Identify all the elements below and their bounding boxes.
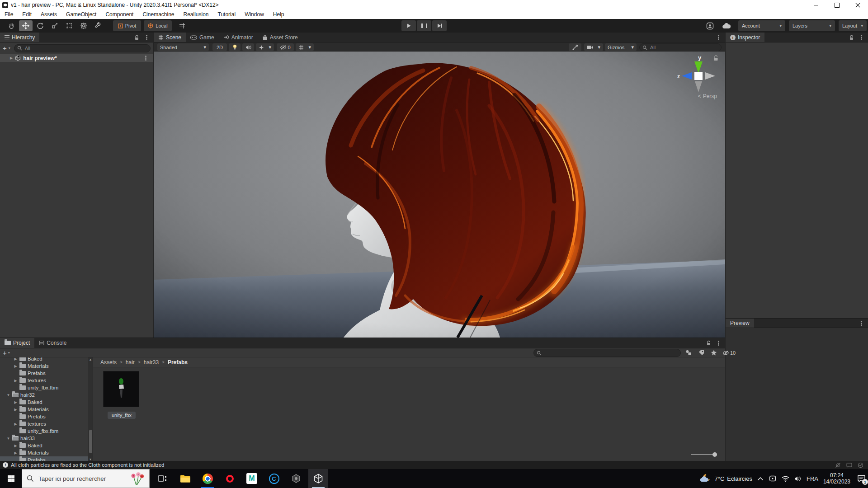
volume-icon[interactable]	[794, 476, 802, 482]
menu-reallusion[interactable]: Reallusion	[179, 11, 213, 18]
panel-menu-button[interactable]	[714, 33, 722, 42]
tab-preview[interactable]: Preview	[726, 319, 754, 328]
scroll-down-icon[interactable]: ▼	[88, 458, 93, 461]
panel-menu-button[interactable]	[714, 339, 722, 347]
create-dropdown-icon[interactable]: ▾	[8, 351, 10, 355]
menu-help[interactable]: Help	[269, 11, 289, 18]
unity-editor-button[interactable]	[308, 469, 328, 488]
scene-search[interactable]	[639, 43, 722, 52]
lock-button[interactable]	[132, 33, 141, 42]
tree-item[interactable]: unity_fbx.fbm	[0, 427, 93, 435]
shading-mode-dropdown[interactable]: Shaded ▾	[157, 43, 209, 51]
collab-button[interactable]	[703, 20, 717, 31]
maximize-button[interactable]	[826, 0, 847, 10]
tree-item[interactable]: Prefabs	[0, 370, 93, 377]
panel-menu-button[interactable]	[142, 33, 151, 42]
project-content-area[interactable]: Assets > hair > hair33 > Prefabs unity_f…	[93, 357, 725, 461]
close-button[interactable]	[847, 0, 868, 10]
tab-scene[interactable]: Scene	[154, 33, 186, 42]
task-view-button[interactable]	[152, 469, 172, 488]
slider-knob[interactable]	[712, 452, 717, 457]
gizmos-dropdown[interactable]: Gizmos ▾	[605, 43, 637, 51]
tree-item[interactable]: ▼hair33	[0, 435, 93, 442]
taskbar-search-input[interactable]	[38, 475, 126, 483]
tab-game[interactable]: Game	[186, 33, 219, 42]
tree-item[interactable]: Prefabs	[0, 413, 93, 420]
create-dropdown-icon[interactable]: ▾	[9, 46, 10, 50]
start-button[interactable]	[0, 469, 22, 488]
check-circle-icon[interactable]	[858, 462, 863, 468]
expand-arrow-icon[interactable]: ▶	[14, 379, 18, 383]
create-button[interactable]: +	[3, 45, 7, 52]
menu-edit[interactable]: Edit	[18, 11, 36, 18]
lighting-toggle[interactable]	[229, 43, 241, 51]
expand-arrow-icon[interactable]: ▶	[14, 364, 18, 368]
screen-cast-icon[interactable]	[769, 475, 777, 482]
search-by-label-button[interactable]	[697, 349, 705, 357]
expand-arrow-icon[interactable]: ▶	[14, 422, 18, 426]
menu-gameobject[interactable]: GameObject	[61, 11, 101, 18]
scene-visibility-toggle[interactable]: 0	[277, 43, 294, 51]
step-button[interactable]	[432, 20, 447, 31]
menu-tutorial[interactable]: Tutorial	[213, 11, 241, 18]
tree-item[interactable]: ▶Materials	[0, 362, 93, 370]
tab-inspector[interactable]: i Inspector	[726, 33, 764, 42]
lock-button[interactable]	[704, 339, 712, 347]
taskbar-search[interactable]	[22, 469, 150, 488]
scrollbar-thumb[interactable]	[89, 430, 92, 453]
action-center-button[interactable]: 1	[855, 473, 867, 484]
minimize-button[interactable]	[806, 0, 826, 10]
rotate-tool[interactable]	[33, 20, 47, 31]
pause-button[interactable]	[417, 20, 431, 31]
tab-asset-store[interactable]: Asset Store	[258, 33, 302, 42]
lock-button[interactable]	[847, 33, 855, 42]
m-app-button[interactable]: M	[242, 469, 262, 488]
opera-button[interactable]	[220, 469, 240, 488]
project-search-input[interactable]	[543, 350, 678, 356]
hierarchy-search[interactable]	[14, 44, 151, 52]
scale-tool[interactable]	[48, 20, 61, 31]
bell-muted-icon[interactable]	[835, 462, 841, 468]
scene-camera-dropdown[interactable]: ▾	[584, 43, 603, 51]
transform-tool[interactable]	[77, 20, 90, 31]
c-app-button[interactable]: C	[264, 469, 284, 488]
menu-window[interactable]: Window	[240, 11, 269, 18]
pivot-toggle[interactable]: Pivot	[113, 20, 141, 31]
breadcrumb-hair33[interactable]: hair33	[144, 359, 159, 366]
scene-search-input[interactable]	[649, 44, 718, 51]
layout-dropdown[interactable]: Layout ▾	[839, 20, 867, 31]
move-tool[interactable]	[19, 20, 33, 31]
breadcrumb-assets[interactable]: Assets	[100, 359, 117, 366]
breadcrumb-hair[interactable]: hair	[126, 359, 135, 366]
cloud-button[interactable]	[720, 20, 733, 31]
menu-component[interactable]: Component	[101, 11, 138, 18]
custom-tool[interactable]	[91, 20, 105, 31]
menu-assets[interactable]: Assets	[36, 11, 61, 18]
tree-item[interactable]: ▶Baked	[0, 442, 93, 449]
asset-thumbnail[interactable]	[103, 371, 139, 407]
scene-tools-button[interactable]	[569, 43, 581, 51]
play-button[interactable]	[401, 20, 416, 31]
tree-item[interactable]: ▶Baked	[0, 357, 93, 362]
menu-file[interactable]: File	[0, 11, 18, 18]
unity-hub-button[interactable]	[286, 469, 306, 488]
tree-item[interactable]: ▶Materials	[0, 449, 93, 456]
tab-hierarchy[interactable]: Hierarchy	[0, 33, 39, 42]
hierarchy-search-input[interactable]	[24, 45, 147, 52]
search-by-type-button[interactable]	[684, 349, 693, 357]
tree-item[interactable]: ▶textures	[0, 420, 93, 427]
tree-item[interactable]: ▶Materials	[0, 406, 93, 413]
status-bar[interactable]: ! All cloth particles are fixed so the C…	[0, 461, 868, 469]
collapse-arrow-icon[interactable]: ▼	[6, 393, 10, 397]
panel-menu-button[interactable]	[857, 33, 865, 42]
grid-visibility-dropdown[interactable]: ▾	[296, 43, 314, 51]
asset-name-label[interactable]: unity_fbx	[108, 412, 136, 419]
weather-widget[interactable]: 7°C Eclaircies	[700, 473, 752, 484]
tree-item[interactable]: ▼hair32	[0, 391, 93, 399]
menu-cinemachine[interactable]: Cinemachine	[138, 11, 179, 18]
hierarchy-scene-item[interactable]: ▶ hair preview*	[0, 54, 153, 62]
expand-arrow-icon[interactable]: ▶	[10, 56, 13, 60]
chrome-button[interactable]	[198, 469, 217, 488]
effects-dropdown[interactable]: ▾	[256, 43, 274, 51]
tree-item[interactable]: ▶textures	[0, 377, 93, 384]
